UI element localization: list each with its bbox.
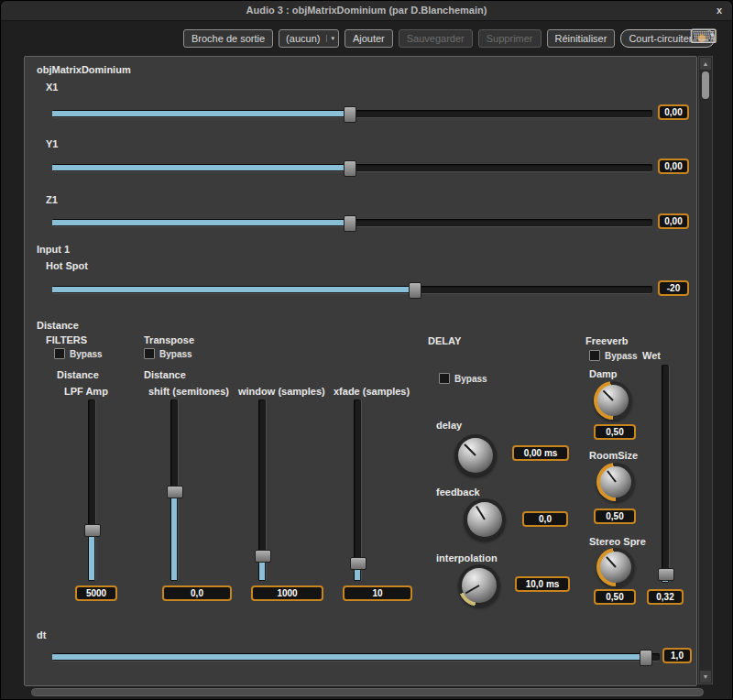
transpose-bypass-checkbox-row: Bypass <box>144 348 192 359</box>
feedback-knob-face <box>467 502 502 537</box>
wet-slider[interactable] <box>662 365 669 583</box>
window-title: Audio 3 : objMatrixDominium (par D.Blanc… <box>1 1 732 20</box>
x1-slider-thumb[interactable] <box>344 106 356 123</box>
plugin-window: Audio 3 : objMatrixDominium (par D.Blanc… <box>0 0 733 700</box>
stereo-spread-knob-face <box>600 552 631 583</box>
lpf-amp-label: LPF Amp <box>64 386 108 397</box>
dt-slider-fill <box>52 654 645 660</box>
y1-label: Y1 <box>46 138 58 149</box>
preset-dropdown[interactable]: (aucun) ▾ <box>279 29 339 48</box>
filters-bypass-checkbox-row: Bypass <box>54 348 103 359</box>
close-icon[interactable]: x <box>717 1 722 20</box>
vertical-scrollbar-thumb[interactable] <box>702 71 709 99</box>
delay-knob-face <box>458 438 493 473</box>
x1-label: X1 <box>46 82 58 93</box>
hot-spot-value[interactable]: -20 <box>658 280 689 296</box>
supprimer-button: Supprimer <box>478 29 542 48</box>
xfade-value[interactable]: 10 <box>343 585 412 601</box>
damp-value[interactable]: 0,50 <box>594 424 636 440</box>
lpf-amp-slider-thumb[interactable] <box>84 524 101 537</box>
z1-slider-fill <box>52 220 349 225</box>
titlebar[interactable]: Audio 3 : objMatrixDominium (par D.Blanc… <box>1 1 732 21</box>
delay-bypass-checkbox-row: Bypass <box>439 373 487 384</box>
ajouter-button[interactable]: Ajouter <box>345 29 393 48</box>
feedback-value[interactable]: 0,0 <box>522 511 568 527</box>
broche-de-sortie-button[interactable]: Broche de sortie <box>183 29 273 48</box>
z1-label: Z1 <box>46 194 58 205</box>
interpolation-knob-label: interpolation <box>436 552 498 563</box>
x1-value[interactable]: 0,00 <box>658 104 689 120</box>
shift-slider-thumb[interactable] <box>167 486 183 498</box>
scroll-up-icon[interactable]: ▲ <box>700 58 711 70</box>
y1-slider-fill <box>52 165 349 170</box>
reinitialiser-button[interactable]: Réinitialiser <box>547 29 616 48</box>
lpf-amp-slider[interactable] <box>88 399 95 581</box>
sauvegarder-button: Sauvegarder <box>399 29 473 48</box>
feedback-knob-label: feedback <box>436 487 480 498</box>
transpose-label: Transpose <box>144 334 194 345</box>
dt-slider-thumb[interactable] <box>640 650 652 666</box>
hot-spot-slider[interactable] <box>52 286 652 293</box>
roomsize-value[interactable]: 0,50 <box>594 509 636 524</box>
dt-value[interactable]: 1,0 <box>662 648 692 663</box>
delay-bypass-checkbox[interactable] <box>439 373 450 384</box>
damp-label: Damp <box>589 368 618 379</box>
wet-label: Wet <box>642 350 661 361</box>
shift-label: shift (semitones) <box>148 386 229 397</box>
y1-slider-thumb[interactable] <box>344 160 356 177</box>
x1-slider[interactable] <box>52 110 652 117</box>
distance-section-label: Distance <box>37 320 79 331</box>
window-value[interactable]: 1000 <box>251 585 323 601</box>
panel-title: objMatrixDominium <box>37 64 131 75</box>
plugin-panel: objMatrixDominium X1 0,00 Y1 0,00 Z1 0,0… <box>24 56 697 686</box>
delay-bypass-label: Bypass <box>454 374 487 384</box>
z1-value[interactable]: 0,00 <box>658 213 689 229</box>
z1-slider[interactable] <box>52 219 652 226</box>
roomsize-knob[interactable] <box>596 463 635 501</box>
transpose-distance-label: Distance <box>144 369 186 380</box>
z1-slider-thumb[interactable] <box>344 215 356 232</box>
interpolation-value[interactable]: 10,0 ms <box>515 576 570 592</box>
damp-knob-face <box>597 385 629 416</box>
roomsize-knob-face <box>600 466 631 498</box>
shift-value[interactable]: 0,0 <box>162 585 232 601</box>
vertical-scrollbar[interactable]: ▲ ▼ <box>698 56 713 684</box>
dt-label: dt <box>37 629 46 640</box>
freeverb-bypass-label: Bypass <box>605 351 638 361</box>
window-label: window (samples) <box>238 386 325 397</box>
stereo-spread-label: Stereo Spre <box>589 536 646 547</box>
freeverb-bypass-checkbox[interactable] <box>589 350 600 361</box>
chevron-down-icon[interactable]: ▾ <box>326 35 338 42</box>
delay-knob[interactable] <box>454 434 497 476</box>
shift-slider[interactable] <box>170 399 178 581</box>
stereo-spread-knob[interactable] <box>596 548 635 586</box>
xfade-slider[interactable] <box>354 399 361 581</box>
transpose-bypass-checkbox[interactable] <box>144 348 155 359</box>
hot-spot-label: Hot Spot <box>46 260 88 271</box>
transpose-bypass-label: Bypass <box>159 349 192 359</box>
window-slider-fill <box>259 560 265 580</box>
hot-spot-slider-fill <box>52 287 414 292</box>
dt-slider[interactable] <box>52 653 660 661</box>
wet-slider-thumb[interactable] <box>658 568 674 581</box>
y1-slider[interactable] <box>52 164 652 171</box>
hot-spot-slider-thumb[interactable] <box>409 282 421 299</box>
window-slider[interactable] <box>258 399 266 581</box>
filters-label: FILTERS <box>46 334 87 345</box>
window-slider-thumb[interactable] <box>255 550 271 563</box>
stereo-spread-value[interactable]: 0,50 <box>594 589 636 605</box>
filters-bypass-checkbox[interactable] <box>54 348 65 359</box>
lpf-amp-value[interactable]: 5000 <box>75 585 117 601</box>
wet-value[interactable]: 0,32 <box>647 589 684 605</box>
feedback-knob[interactable] <box>464 498 506 541</box>
keyboard-icon[interactable]: ⌨ <box>690 26 717 48</box>
xfade-slider-thumb[interactable] <box>350 557 366 570</box>
interpolation-knob[interactable] <box>458 564 500 607</box>
horizontal-scrollbar-thumb[interactable] <box>31 688 704 696</box>
y1-value[interactable]: 0,00 <box>658 159 689 174</box>
damp-knob[interactable] <box>594 381 632 420</box>
scroll-down-icon[interactable]: ▼ <box>700 671 711 683</box>
delay-value[interactable]: 0,00 ms <box>512 445 569 461</box>
lpf-amp-slider-fill <box>89 534 94 580</box>
delay-section-label: DELAY <box>428 335 461 346</box>
